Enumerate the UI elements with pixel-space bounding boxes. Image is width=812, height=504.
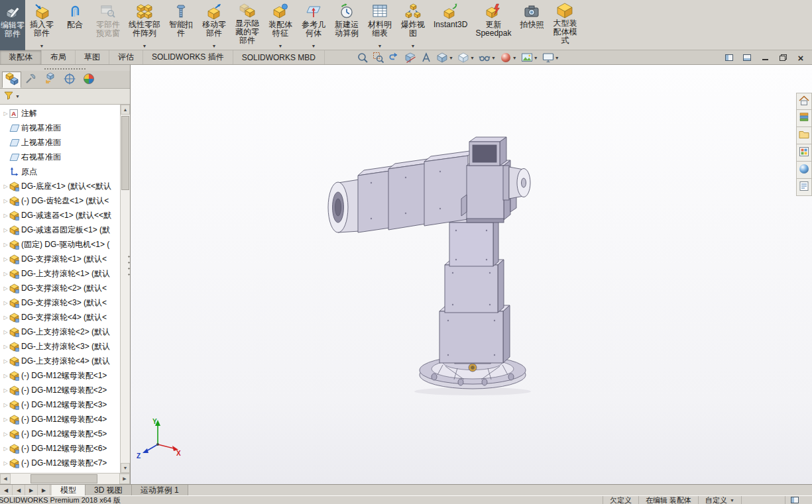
file-explorer-tab[interactable]: [796, 127, 812, 144]
document-tab[interactable]: 模型: [52, 485, 86, 495]
expand-arrow-icon[interactable]: ▷: [2, 271, 9, 277]
dropdown-caret-icon[interactable]: ▼: [491, 56, 496, 60]
expand-arrow-icon[interactable]: ▷: [2, 183, 9, 189]
filter-funnel-icon[interactable]: [3, 91, 14, 102]
ribbon-exploded-view-button[interactable]: 爆炸视图▼: [396, 0, 430, 50]
tab-scroll-start-button[interactable]: ◀: [0, 485, 13, 495]
ribbon-motion-study-button[interactable]: 新建运动算例: [330, 0, 363, 50]
dropdown-caret-icon[interactable]: ▼: [312, 44, 316, 49]
graphics-viewport[interactable]: Y X Z: [131, 65, 812, 484]
pane-toggle-icon[interactable]: [723, 52, 735, 64]
ribbon-reference-geometry-button[interactable]: 参考几何体▼: [297, 0, 330, 50]
expand-arrow-icon[interactable]: ▷: [2, 242, 9, 248]
view-settings-button[interactable]: ▼: [540, 51, 561, 64]
tree-item[interactable]: ▷A注解: [0, 106, 120, 121]
dropdown-caret-icon[interactable]: ▼: [555, 56, 559, 60]
dimxpert-manager-tab[interactable]: [60, 72, 79, 88]
tree-item[interactable]: ▷DG-支撑滚轮<3> (默认<: [0, 295, 120, 310]
scroll-right-button[interactable]: ▶: [119, 474, 130, 484]
view-orientation-button[interactable]: ▼: [434, 51, 455, 64]
tree-item[interactable]: ▷(-) DG-M12螺母装配<2>: [0, 383, 120, 397]
tree-item[interactable]: ▷DG-减速器固定板<1> (默: [0, 223, 120, 237]
close-button[interactable]: ×: [795, 52, 807, 64]
command-tab[interactable]: SOLIDWORKS 插件: [143, 50, 233, 64]
status-custom-dropdown[interactable]: 自定义▼: [698, 496, 741, 504]
ribbon-edit-component-button[interactable]: 编辑零部件: [0, 0, 25, 50]
zoom-to-area-button[interactable]: [371, 51, 386, 64]
dynamic-annotation-views-button[interactable]: [418, 51, 434, 64]
document-tab[interactable]: 3D 视图: [86, 485, 132, 495]
expand-arrow-icon[interactable]: ▷: [2, 417, 9, 423]
tree-item[interactable]: ▷DG-减速器<1> (默认<<默: [0, 208, 120, 223]
expand-arrow-icon[interactable]: ▷: [2, 402, 9, 408]
ribbon-large-assembly-button[interactable]: 大型装配体模式: [548, 0, 581, 50]
tree-item[interactable]: ▷(-) DG-M12螺母装配<4>: [0, 412, 120, 427]
ribbon-show-hidden-button[interactable]: 显示隐藏的零部件: [231, 0, 264, 50]
command-tab[interactable]: 装配体: [0, 50, 42, 64]
zoom-to-fit-button[interactable]: [355, 51, 371, 64]
expand-arrow-icon[interactable]: ▷: [2, 446, 9, 452]
design-library-tab[interactable]: [796, 110, 812, 127]
expand-arrow-icon[interactable]: ▷: [2, 329, 9, 335]
previous-view-button[interactable]: [386, 51, 402, 64]
view-palette-tab[interactable]: [796, 144, 812, 162]
expand-arrow-icon[interactable]: ▷: [2, 358, 9, 364]
display-manager-tab[interactable]: [79, 72, 98, 88]
document-tab[interactable]: 运动算例 1: [132, 485, 188, 495]
tree-horizontal-scrollbar[interactable]: ◀ ▶: [0, 473, 130, 484]
tree-item[interactable]: ▷DG-上支持滚轮<2> (默认: [0, 325, 120, 339]
scroll-down-button[interactable]: ▼: [121, 463, 130, 473]
solidworks-resources-tab[interactable]: [796, 93, 812, 110]
hide-show-items-button[interactable]: ▼: [477, 51, 498, 64]
scroll-left-button[interactable]: ◀: [0, 474, 11, 484]
ribbon-linear-pattern-button[interactable]: 线性零部件阵列▼: [125, 0, 164, 50]
ribbon-take-snapshot-button[interactable]: 拍快照: [515, 0, 548, 50]
ribbon-smart-fasteners-button[interactable]: 智能扣件: [164, 0, 198, 50]
scroll-thumb[interactable]: [121, 116, 129, 190]
apply-scene-button[interactable]: ▼: [519, 51, 540, 64]
tab-scroll-end-button[interactable]: ▶: [38, 485, 50, 495]
dropdown-caret-icon[interactable]: ▼: [40, 44, 44, 49]
display-style-button[interactable]: ▼: [455, 51, 477, 64]
ribbon-component-preview-button[interactable]: 零部件预览窗: [91, 0, 125, 50]
expand-arrow-icon[interactable]: ▷: [2, 387, 9, 393]
property-manager-tab[interactable]: [21, 72, 40, 88]
tab-scroll-next-button[interactable]: ▶: [25, 485, 38, 495]
tree-item[interactable]: ▷DG-支撑滚轮<1> (默认<: [0, 252, 120, 266]
panel-drag-handle[interactable]: [0, 65, 130, 71]
ribbon-bill-of-materials-button[interactable]: 材料明细表▼: [363, 0, 396, 50]
expand-arrow-icon[interactable]: ▷: [2, 300, 9, 306]
tree-item[interactable]: ▷(-) DG-M12螺母装配<5>: [0, 427, 120, 441]
minimize-button[interactable]: [759, 52, 771, 64]
command-tab[interactable]: SOLIDWORKS MBD: [233, 50, 325, 64]
command-tab[interactable]: 评估: [109, 50, 143, 64]
dropdown-caret-icon[interactable]: ▼: [411, 44, 416, 49]
command-tab[interactable]: 布局: [42, 50, 76, 64]
scroll-track[interactable]: [121, 115, 130, 463]
expand-arrow-icon[interactable]: ▷: [2, 315, 9, 321]
tree-item[interactable]: ▷DG-上支持滚轮<1> (默认: [0, 266, 120, 281]
expand-arrow-icon[interactable]: ▷: [2, 285, 9, 291]
feature-manager-tab[interactable]: [2, 72, 21, 88]
expand-arrow-icon[interactable]: ▷: [2, 373, 9, 379]
tree-item[interactable]: ▷DG-底座<1> (默认<<默认: [0, 179, 120, 193]
tree-item[interactable]: ▷(-) DG-M12螺母装配<3>: [0, 397, 120, 412]
tree-vertical-scrollbar[interactable]: ▲ ▼: [120, 105, 130, 473]
dropdown-caret-icon[interactable]: ▼: [534, 56, 538, 60]
restore-button[interactable]: [777, 52, 789, 64]
expand-arrow-icon[interactable]: ▷: [2, 344, 9, 350]
expand-arrow-icon[interactable]: ▷: [2, 227, 9, 233]
expand-arrow-icon[interactable]: ▷: [2, 111, 9, 117]
ribbon-assembly-features-button[interactable]: 装配体特征▼: [264, 0, 297, 50]
dropdown-caret-icon[interactable]: ▼: [143, 44, 147, 49]
panel-splitter-handle[interactable]: [127, 254, 131, 276]
filter-dropdown-caret[interactable]: ▼: [15, 94, 20, 99]
tree-item[interactable]: 上视基准面: [0, 135, 120, 150]
scroll-thumb[interactable]: [30, 474, 98, 483]
expand-arrow-icon[interactable]: ▷: [2, 460, 9, 466]
tree-item[interactable]: ▷(-) DG-M12螺母装配<1>: [0, 368, 120, 383]
expand-arrow-icon[interactable]: ▷: [2, 213, 9, 219]
scroll-up-button[interactable]: ▲: [121, 105, 130, 115]
pane-toggle-2-icon[interactable]: [741, 52, 753, 64]
appearances-scenes-tab[interactable]: [796, 162, 812, 179]
